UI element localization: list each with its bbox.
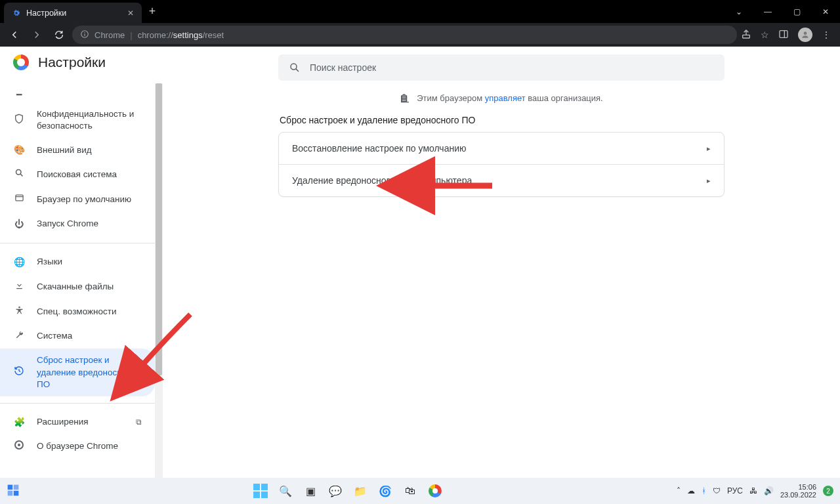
chrome-logo-icon: [13, 54, 29, 70]
sidebar-item-label: Запуск Chrome: [37, 218, 142, 230]
sidebar-item-downloads[interactable]: Скачанные файлы: [0, 274, 155, 299]
sidebar-item-default-browser[interactable]: Браузер по умолчанию: [0, 187, 155, 212]
settings-page: Настройки ━ Конфиденциальность и безопас…: [0, 47, 840, 478]
side-panel-icon[interactable]: [778, 29, 789, 41]
restore-icon: [13, 366, 25, 379]
sidebar-item-label: Спец. возможности: [37, 306, 142, 318]
svg-point-12: [291, 64, 297, 70]
reset-card: Восстановление настроек по умолчанию ▸ У…: [278, 132, 724, 197]
svg-rect-3: [743, 35, 750, 38]
new-tab-button[interactable]: +: [142, 0, 163, 23]
widgets-icon[interactable]: [7, 484, 20, 499]
row-cleanup-computer[interactable]: Удаление вредоносного ПО с компьютера ▸: [279, 164, 724, 196]
sidebar-item-truncated[interactable]: ━: [0, 87, 155, 102]
sidebar-item-reset[interactable]: Сброс настроек и удаление вредоносного П…: [0, 348, 155, 396]
row-restore-defaults[interactable]: Восстановление настроек по умолчанию ▸: [279, 133, 724, 164]
windows-taskbar: 🔍 ▣ 💬 📁 🌀 🛍 ˄ ☁ ᚼ 🛡 РУС 🖧 🔊 15:06 23.09.…: [0, 478, 840, 504]
share-icon[interactable]: [741, 29, 751, 41]
sidebar-item-label: Система: [37, 330, 142, 342]
svg-rect-16: [8, 490, 13, 495]
sidebar-item-about[interactable]: О браузере Chrome: [0, 434, 155, 459]
task-view-icon[interactable]: ▣: [301, 482, 320, 500]
sidebar-item-privacy[interactable]: Конфиденциальность и безопасность: [0, 102, 155, 138]
browser-toolbar: Chrome | chrome://settings/reset ☆ ⋮: [0, 23, 840, 47]
sidebar-item-accessibility[interactable]: Спец. возможности: [0, 299, 155, 324]
accessibility-icon: [13, 305, 25, 318]
clock-date: 23.09.2022: [780, 491, 816, 499]
address-bar[interactable]: Chrome | chrome://settings/reset: [72, 26, 737, 44]
settings-main: Поиск настроек Этим браузером управляет …: [163, 47, 840, 478]
svg-point-11: [18, 306, 20, 308]
settings-search[interactable]: Поиск настроек: [278, 54, 724, 81]
sidebar-item-search-engine[interactable]: Поисковая система: [0, 162, 155, 187]
sidebar-item-label: О браузере Chrome: [37, 440, 142, 452]
sidebar-item-system[interactable]: Система: [0, 324, 155, 349]
row-label: Удаление вредоносного ПО с компьютера: [292, 175, 472, 186]
sidebar-item-label: Поисковая система: [37, 169, 142, 180]
kebab-menu-icon[interactable]: ⋮: [822, 30, 831, 40]
sidebar-item-appearance[interactable]: 🎨 Внешний вид: [0, 138, 155, 162]
scrollbar-thumb[interactable]: [156, 83, 162, 375]
chrome-taskbar-icon[interactable]: [426, 482, 444, 500]
download-icon: [13, 280, 25, 293]
managed-text-suffix: ваша организация.: [528, 93, 602, 103]
url-scheme-label: Chrome: [94, 30, 125, 40]
svg-rect-4: [780, 30, 788, 37]
palette-icon: 🎨: [13, 144, 25, 156]
language-indicator[interactable]: РУС: [727, 486, 743, 495]
bluetooth-icon[interactable]: ᚼ: [702, 486, 706, 495]
bookmark-star-icon[interactable]: ☆: [761, 30, 769, 40]
search-icon: [13, 168, 25, 181]
window-maximize-icon[interactable]: ▢: [782, 0, 811, 23]
puzzle-icon: 🧩: [13, 416, 25, 429]
sidebar-separator: [0, 243, 155, 243]
notification-badge[interactable]: 2: [823, 486, 833, 496]
security-icon[interactable]: 🛡: [713, 486, 721, 495]
taskbar-search-icon[interactable]: 🔍: [276, 482, 295, 500]
start-button[interactable]: [251, 482, 270, 500]
sidebar-scrollbar[interactable]: [155, 83, 163, 478]
volume-icon[interactable]: 🔊: [764, 486, 774, 495]
chat-icon[interactable]: 💬: [326, 482, 345, 500]
window-minimize-icon[interactable]: —: [753, 0, 782, 23]
url-part-tail: /reset: [203, 30, 224, 40]
chrome-small-icon: [13, 440, 25, 453]
reload-button[interactable]: [50, 26, 68, 44]
settings-title: Настройки: [38, 54, 106, 70]
sidebar-item-label: Скачанные файлы: [37, 281, 142, 293]
sidebar-item-label: Внешний вид: [37, 144, 142, 156]
edge-icon[interactable]: 🌀: [376, 482, 394, 500]
back-button[interactable]: [5, 26, 24, 44]
onedrive-icon[interactable]: ☁: [687, 486, 695, 495]
svg-point-6: [804, 32, 807, 35]
sidebar-item-startup[interactable]: ⏻ Запуск Chrome: [0, 212, 155, 236]
forward-button[interactable]: [28, 26, 46, 44]
tab-close-icon[interactable]: ✕: [127, 9, 134, 18]
row-label: Восстановление настроек по умолчанию: [292, 143, 466, 154]
external-link-icon: ⧉: [136, 417, 142, 427]
network-icon[interactable]: 🖧: [749, 486, 757, 495]
taskbar-clock[interactable]: 15:06 23.09.2022: [780, 483, 816, 499]
sidebar-item-extensions[interactable]: 🧩 Расширения ⧉: [0, 410, 155, 434]
settings-sidebar: Настройки ━ Конфиденциальность и безопас…: [0, 47, 163, 478]
window-dropdown-icon[interactable]: ⌄: [724, 0, 753, 23]
svg-line-8: [20, 174, 22, 176]
tray-chevron-icon[interactable]: ˄: [677, 486, 681, 495]
svg-rect-17: [14, 490, 19, 495]
svg-point-1: [84, 32, 85, 32]
sidebar-item-label: Браузер по умолчанию: [37, 194, 142, 205]
sidebar-item-label: Конфиденциальность и безопасность: [37, 108, 142, 132]
profile-avatar[interactable]: [798, 28, 812, 42]
managed-link[interactable]: управляет: [485, 93, 526, 103]
site-info-icon[interactable]: [80, 30, 89, 41]
sidebar-separator: [0, 403, 155, 404]
gear-icon: [12, 9, 21, 18]
browser-tab[interactable]: Настройки ✕: [4, 3, 142, 23]
browser-icon: [13, 193, 25, 206]
menu-icon: ━: [13, 89, 25, 101]
store-icon[interactable]: 🛍: [401, 482, 419, 500]
globe-icon: 🌐: [13, 256, 25, 268]
window-close-icon[interactable]: ✕: [811, 0, 840, 23]
explorer-icon[interactable]: 📁: [351, 482, 369, 500]
sidebar-item-languages[interactable]: 🌐 Языки: [0, 250, 155, 274]
